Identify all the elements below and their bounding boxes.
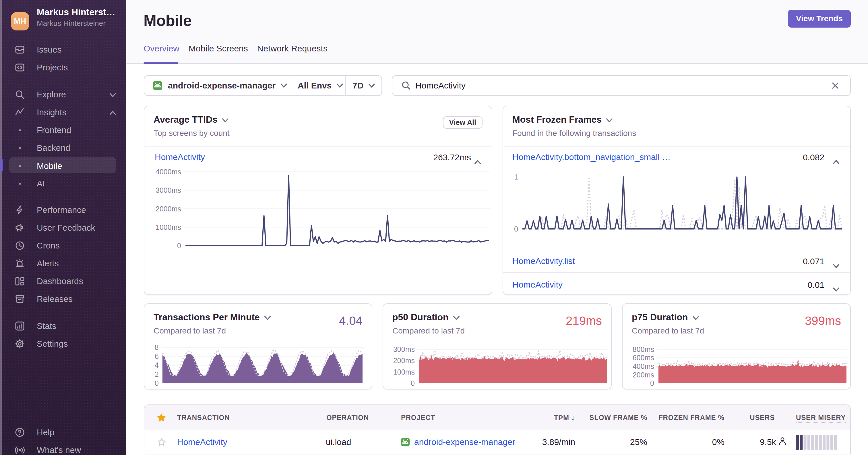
svg-text:0: 0	[514, 225, 518, 233]
svg-text:8: 8	[155, 344, 159, 351]
svg-text:4: 4	[155, 361, 159, 369]
svg-text:0: 0	[650, 379, 654, 387]
svg-text:2000ms: 2000ms	[156, 205, 181, 213]
svg-text:200ms: 200ms	[393, 357, 415, 365]
svg-text:100ms: 100ms	[393, 368, 415, 376]
svg-text:0: 0	[155, 379, 159, 387]
svg-text:4000ms: 4000ms	[156, 168, 181, 176]
svg-text:6: 6	[155, 352, 159, 360]
svg-text:1: 1	[514, 173, 518, 181]
svg-text:3000ms: 3000ms	[156, 186, 181, 194]
svg-text:0: 0	[411, 379, 415, 387]
svg-text:600ms: 600ms	[632, 353, 654, 362]
svg-text:1000ms: 1000ms	[156, 223, 181, 231]
svg-text:300ms: 300ms	[393, 345, 415, 353]
svg-text:200ms: 200ms	[632, 371, 654, 379]
svg-text:2: 2	[155, 370, 159, 378]
svg-text:0: 0	[177, 241, 181, 250]
svg-text:400ms: 400ms	[632, 362, 654, 370]
svg-text:800ms: 800ms	[632, 345, 654, 353]
